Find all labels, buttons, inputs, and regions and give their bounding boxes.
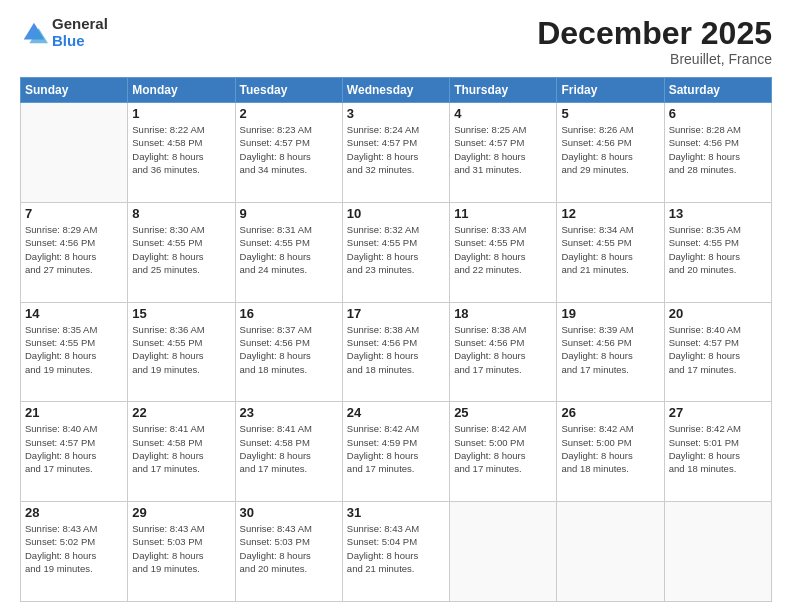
table-row: 20Sunrise: 8:40 AMSunset: 4:57 PMDayligh…	[664, 302, 771, 402]
table-row: 10Sunrise: 8:32 AMSunset: 4:55 PMDayligh…	[342, 202, 449, 302]
table-row: 8Sunrise: 8:30 AMSunset: 4:55 PMDaylight…	[128, 202, 235, 302]
day-info: Sunrise: 8:38 AMSunset: 4:56 PMDaylight:…	[454, 323, 552, 376]
day-info: Sunrise: 8:42 AMSunset: 5:00 PMDaylight:…	[561, 422, 659, 475]
day-info: Sunrise: 8:39 AMSunset: 4:56 PMDaylight:…	[561, 323, 659, 376]
day-info: Sunrise: 8:30 AMSunset: 4:55 PMDaylight:…	[132, 223, 230, 276]
month-title: December 2025	[537, 16, 772, 51]
day-info: Sunrise: 8:43 AMSunset: 5:03 PMDaylight:…	[240, 522, 338, 575]
table-row: 19Sunrise: 8:39 AMSunset: 4:56 PMDayligh…	[557, 302, 664, 402]
day-number: 27	[669, 405, 767, 420]
table-row: 18Sunrise: 8:38 AMSunset: 4:56 PMDayligh…	[450, 302, 557, 402]
location-subtitle: Breuillet, France	[537, 51, 772, 67]
day-info: Sunrise: 8:35 AMSunset: 4:55 PMDaylight:…	[669, 223, 767, 276]
table-row: 27Sunrise: 8:42 AMSunset: 5:01 PMDayligh…	[664, 402, 771, 502]
table-row: 22Sunrise: 8:41 AMSunset: 4:58 PMDayligh…	[128, 402, 235, 502]
day-number: 5	[561, 106, 659, 121]
day-info: Sunrise: 8:23 AMSunset: 4:57 PMDaylight:…	[240, 123, 338, 176]
header: General Blue December 2025 Breuillet, Fr…	[20, 16, 772, 67]
table-row	[450, 502, 557, 602]
day-number: 25	[454, 405, 552, 420]
day-number: 26	[561, 405, 659, 420]
day-number: 1	[132, 106, 230, 121]
day-info: Sunrise: 8:37 AMSunset: 4:56 PMDaylight:…	[240, 323, 338, 376]
day-number: 14	[25, 306, 123, 321]
day-info: Sunrise: 8:34 AMSunset: 4:55 PMDaylight:…	[561, 223, 659, 276]
day-number: 10	[347, 206, 445, 221]
day-number: 30	[240, 505, 338, 520]
day-number: 9	[240, 206, 338, 221]
col-monday: Monday	[128, 78, 235, 103]
day-info: Sunrise: 8:43 AMSunset: 5:03 PMDaylight:…	[132, 522, 230, 575]
table-row: 28Sunrise: 8:43 AMSunset: 5:02 PMDayligh…	[21, 502, 128, 602]
day-info: Sunrise: 8:28 AMSunset: 4:56 PMDaylight:…	[669, 123, 767, 176]
table-row: 2Sunrise: 8:23 AMSunset: 4:57 PMDaylight…	[235, 103, 342, 203]
table-row: 4Sunrise: 8:25 AMSunset: 4:57 PMDaylight…	[450, 103, 557, 203]
day-info: Sunrise: 8:42 AMSunset: 5:01 PMDaylight:…	[669, 422, 767, 475]
day-info: Sunrise: 8:31 AMSunset: 4:55 PMDaylight:…	[240, 223, 338, 276]
table-row: 25Sunrise: 8:42 AMSunset: 5:00 PMDayligh…	[450, 402, 557, 502]
table-row: 30Sunrise: 8:43 AMSunset: 5:03 PMDayligh…	[235, 502, 342, 602]
logo-icon	[20, 19, 48, 47]
table-row: 16Sunrise: 8:37 AMSunset: 4:56 PMDayligh…	[235, 302, 342, 402]
calendar-week-row: 14Sunrise: 8:35 AMSunset: 4:55 PMDayligh…	[21, 302, 772, 402]
day-number: 17	[347, 306, 445, 321]
day-number: 21	[25, 405, 123, 420]
day-number: 3	[347, 106, 445, 121]
table-row: 23Sunrise: 8:41 AMSunset: 4:58 PMDayligh…	[235, 402, 342, 502]
table-row	[557, 502, 664, 602]
day-number: 4	[454, 106, 552, 121]
table-row: 29Sunrise: 8:43 AMSunset: 5:03 PMDayligh…	[128, 502, 235, 602]
day-info: Sunrise: 8:22 AMSunset: 4:58 PMDaylight:…	[132, 123, 230, 176]
table-row: 5Sunrise: 8:26 AMSunset: 4:56 PMDaylight…	[557, 103, 664, 203]
day-info: Sunrise: 8:35 AMSunset: 4:55 PMDaylight:…	[25, 323, 123, 376]
day-number: 20	[669, 306, 767, 321]
table-row	[664, 502, 771, 602]
table-row: 1Sunrise: 8:22 AMSunset: 4:58 PMDaylight…	[128, 103, 235, 203]
page: General Blue December 2025 Breuillet, Fr…	[0, 0, 792, 612]
day-info: Sunrise: 8:26 AMSunset: 4:56 PMDaylight:…	[561, 123, 659, 176]
table-row: 9Sunrise: 8:31 AMSunset: 4:55 PMDaylight…	[235, 202, 342, 302]
col-wednesday: Wednesday	[342, 78, 449, 103]
day-number: 8	[132, 206, 230, 221]
table-row: 24Sunrise: 8:42 AMSunset: 4:59 PMDayligh…	[342, 402, 449, 502]
day-number: 15	[132, 306, 230, 321]
table-row: 3Sunrise: 8:24 AMSunset: 4:57 PMDaylight…	[342, 103, 449, 203]
col-thursday: Thursday	[450, 78, 557, 103]
day-number: 13	[669, 206, 767, 221]
day-info: Sunrise: 8:36 AMSunset: 4:55 PMDaylight:…	[132, 323, 230, 376]
calendar-week-row: 7Sunrise: 8:29 AMSunset: 4:56 PMDaylight…	[21, 202, 772, 302]
col-friday: Friday	[557, 78, 664, 103]
table-row: 21Sunrise: 8:40 AMSunset: 4:57 PMDayligh…	[21, 402, 128, 502]
day-info: Sunrise: 8:41 AMSunset: 4:58 PMDaylight:…	[132, 422, 230, 475]
day-info: Sunrise: 8:43 AMSunset: 5:02 PMDaylight:…	[25, 522, 123, 575]
day-info: Sunrise: 8:41 AMSunset: 4:58 PMDaylight:…	[240, 422, 338, 475]
day-number: 22	[132, 405, 230, 420]
day-number: 24	[347, 405, 445, 420]
col-saturday: Saturday	[664, 78, 771, 103]
table-row: 6Sunrise: 8:28 AMSunset: 4:56 PMDaylight…	[664, 103, 771, 203]
table-row: 15Sunrise: 8:36 AMSunset: 4:55 PMDayligh…	[128, 302, 235, 402]
day-number: 6	[669, 106, 767, 121]
day-info: Sunrise: 8:40 AMSunset: 4:57 PMDaylight:…	[669, 323, 767, 376]
day-number: 31	[347, 505, 445, 520]
logo-text: General Blue	[52, 16, 108, 49]
col-tuesday: Tuesday	[235, 78, 342, 103]
calendar-week-row: 21Sunrise: 8:40 AMSunset: 4:57 PMDayligh…	[21, 402, 772, 502]
calendar-week-row: 28Sunrise: 8:43 AMSunset: 5:02 PMDayligh…	[21, 502, 772, 602]
table-row: 17Sunrise: 8:38 AMSunset: 4:56 PMDayligh…	[342, 302, 449, 402]
table-row: 7Sunrise: 8:29 AMSunset: 4:56 PMDaylight…	[21, 202, 128, 302]
day-info: Sunrise: 8:43 AMSunset: 5:04 PMDaylight:…	[347, 522, 445, 575]
day-info: Sunrise: 8:29 AMSunset: 4:56 PMDaylight:…	[25, 223, 123, 276]
col-sunday: Sunday	[21, 78, 128, 103]
logo-blue-text: Blue	[52, 33, 108, 50]
day-number: 16	[240, 306, 338, 321]
day-info: Sunrise: 8:32 AMSunset: 4:55 PMDaylight:…	[347, 223, 445, 276]
logo-general-text: General	[52, 16, 108, 33]
day-number: 28	[25, 505, 123, 520]
logo: General Blue	[20, 16, 108, 49]
table-row: 26Sunrise: 8:42 AMSunset: 5:00 PMDayligh…	[557, 402, 664, 502]
table-row: 13Sunrise: 8:35 AMSunset: 4:55 PMDayligh…	[664, 202, 771, 302]
calendar-week-row: 1Sunrise: 8:22 AMSunset: 4:58 PMDaylight…	[21, 103, 772, 203]
day-number: 11	[454, 206, 552, 221]
day-info: Sunrise: 8:25 AMSunset: 4:57 PMDaylight:…	[454, 123, 552, 176]
